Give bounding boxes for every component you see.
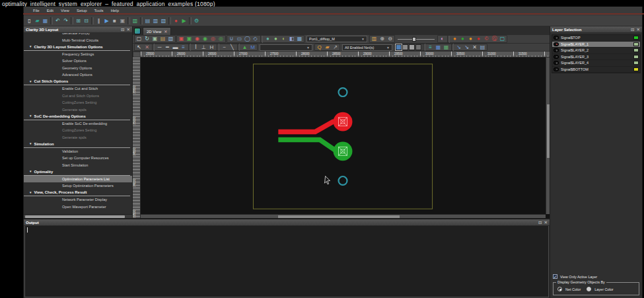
record-icon[interactable]: ● xyxy=(172,17,180,24)
slope-icon[interactable]: ╲ xyxy=(229,44,236,51)
tree-horizontal-scrollbar[interactable] xyxy=(24,214,132,218)
swatch-gray-2[interactable] xyxy=(409,44,415,50)
swatch-gray-3[interactable] xyxy=(415,44,421,50)
mesh-box-icon[interactable]: ▦ xyxy=(296,36,303,43)
pin-green-icon[interactable]: ◉ xyxy=(201,36,209,43)
refresh-view-icon[interactable]: ↻ xyxy=(143,36,151,43)
layer-color-swatch[interactable] xyxy=(633,36,639,40)
run-icon[interactable]: ▶ xyxy=(103,17,110,24)
swatch-blue[interactable] xyxy=(396,44,402,50)
shape-u-icon[interactable]: ∪ xyxy=(228,36,235,43)
probe-green-icon[interactable]: ◎ xyxy=(217,36,225,43)
menu-item[interactable]: Help xyxy=(111,9,119,13)
visibility-eye-icon[interactable] xyxy=(554,67,559,71)
tree-item[interactable]: ▼ Geometry Options xyxy=(24,65,132,72)
tree-item[interactable]: ▼ CuttingZones Setting xyxy=(24,99,132,106)
net-color-radio[interactable] xyxy=(557,287,562,291)
status-amber-icon[interactable]: ● xyxy=(467,36,474,43)
net-filter-dropdown[interactable]: All Enabled Net(s) ▼ xyxy=(342,44,392,51)
shape-circle-icon[interactable]: ◯ xyxy=(244,36,251,43)
layer-color-swatch[interactable] xyxy=(633,67,639,71)
curve-icon[interactable]: ~ xyxy=(221,44,228,51)
grid-blue-icon[interactable]: ▦ xyxy=(435,44,442,51)
tree-item[interactable]: ▼ Clarity 3D Layout Simulation Options xyxy=(24,44,130,51)
zoom-out-icon[interactable]: ⊖ xyxy=(386,36,394,43)
collapse-arrow-icon[interactable]: ▼ xyxy=(29,142,32,145)
resume-icon[interactable]: ▶ xyxy=(180,17,188,24)
marker-i-icon[interactable]: Ⅰ xyxy=(192,44,199,51)
tree-item[interactable]: ▼ Validation xyxy=(24,148,132,155)
tree-item[interactable]: ▼ Network Parameter Display xyxy=(24,196,132,204)
collapse-arrow-icon[interactable]: ▼ xyxy=(29,170,32,173)
zoom-prev-icon[interactable]: ⊞ xyxy=(75,17,82,24)
copy-setup-icon[interactable]: ▤ xyxy=(144,17,151,24)
open-folder-icon[interactable]: ▰ xyxy=(34,17,41,24)
tree-item[interactable]: ▼ Simulation xyxy=(24,141,130,148)
canvas-vertical-scrollbar[interactable] xyxy=(546,57,550,214)
swatch-gray-1[interactable] xyxy=(402,44,408,50)
layer-palette-icon[interactable]: ▥ xyxy=(371,36,378,43)
pan-arrow-icon[interactable]: ↗ xyxy=(332,44,339,51)
grid-green-icon[interactable]: ▦ xyxy=(443,44,450,51)
tree-item[interactable]: ▼ Set up Computer Resources xyxy=(24,155,132,162)
arrow-down-right-2-icon[interactable]: ↘ xyxy=(463,44,470,51)
layer-row[interactable]: Signal$LAYER_4 xyxy=(552,60,640,67)
capture-window-icon[interactable]: ▥ xyxy=(131,17,139,24)
layer-row[interactable]: Signal$LAYER_1 xyxy=(552,42,640,48)
port-selector-dropdown[interactable]: Port1_difftop_M ▼ xyxy=(306,36,367,42)
save-icon[interactable]: ▦ xyxy=(42,17,49,24)
arrow-down-right-icon[interactable]: ↘ xyxy=(455,44,462,51)
visibility-eye-icon[interactable] xyxy=(554,42,559,46)
dock-icon[interactable]: ⊡ xyxy=(538,220,542,225)
zoom-in-icon[interactable]: ⊕ xyxy=(378,36,386,43)
redo-icon[interactable]: ↷ xyxy=(62,17,69,24)
status-red-icon[interactable]: ● xyxy=(475,36,482,43)
line-medium-icon[interactable]: ━ xyxy=(164,44,171,51)
line-styles-icon[interactable]: ≡ xyxy=(180,44,187,51)
zoom-next-icon[interactable]: ⊟ xyxy=(83,17,90,24)
equalizer-icon[interactable]: ≡ xyxy=(427,44,434,51)
probe-red-icon[interactable]: ◎ xyxy=(209,36,217,43)
zoom-slider[interactable] xyxy=(398,36,435,42)
shape-rect-icon[interactable]: ▭ xyxy=(236,36,243,43)
blob-teal-icon[interactable]: ● xyxy=(264,36,271,43)
waveform-icon[interactable]: ▲ xyxy=(241,44,248,51)
menu-item[interactable]: Edit xyxy=(47,9,54,13)
visibility-eye-icon[interactable] xyxy=(554,61,559,65)
menu-item[interactable]: Tools xyxy=(94,9,104,13)
tree-item[interactable]: ▼ Enable SoC De-embedding xyxy=(24,120,132,128)
layer-row[interactable]: Signal$TOP xyxy=(552,35,640,42)
menu-item[interactable]: View xyxy=(61,9,69,13)
dock-icon[interactable]: ⊡ xyxy=(121,27,124,32)
shape-diamond-icon[interactable]: ◇ xyxy=(252,36,259,43)
ground-red-icon[interactable]: Ⓖ xyxy=(491,36,498,43)
visibility-eye-icon[interactable] xyxy=(554,55,559,59)
collapse-arrow-icon[interactable]: ▼ xyxy=(29,80,32,83)
tree-item[interactable]: ▼ Setup Optimization Parameters xyxy=(24,182,132,190)
undo-icon[interactable]: ↶ xyxy=(54,17,61,24)
cancel-small-icon[interactable]: ✕ xyxy=(143,44,151,51)
tree-item[interactable]: ▼ Multi-Terminal Circuits xyxy=(24,37,132,44)
layer-color-radio[interactable] xyxy=(587,287,591,291)
menu-item[interactable]: Setup xyxy=(77,9,87,13)
tree-item[interactable]: ▼ Optimality xyxy=(24,168,130,176)
tree-item[interactable]: ▼ View, Check, Process Result xyxy=(24,190,130,197)
zoom-slider-handle[interactable] xyxy=(412,37,416,42)
layer-color-swatch[interactable] xyxy=(633,48,639,52)
tree-item[interactable]: ▼ Generate spds xyxy=(24,134,132,141)
pin-red-icon[interactable]: ◉ xyxy=(194,36,201,43)
tree-item[interactable]: ▼ Generate spds xyxy=(24,106,132,114)
close-icon[interactable]: ✕ xyxy=(637,27,640,32)
select-mode-icon[interactable]: ▢ xyxy=(135,36,143,43)
blob-green-icon[interactable]: ● xyxy=(272,36,279,43)
tree-item[interactable]: ▼ Open Waveport Parameter xyxy=(24,204,132,211)
stop-icon[interactable]: ■ xyxy=(111,17,118,24)
tree-item[interactable]: ▼ SoC De-embedding Options xyxy=(24,113,130,120)
visibility-eye-icon[interactable] xyxy=(554,48,559,52)
canvas-horizontal-scrollbar[interactable] xyxy=(141,214,546,218)
duplicate-setup-icon[interactable]: ▧ xyxy=(160,17,167,24)
line-thick-icon[interactable]: ▬ xyxy=(172,44,179,51)
layer-row[interactable]: Signal$LAYER_3 xyxy=(552,54,640,61)
visibility-eye-icon[interactable] xyxy=(554,36,559,40)
palette-icon[interactable]: ◐ xyxy=(439,36,446,43)
